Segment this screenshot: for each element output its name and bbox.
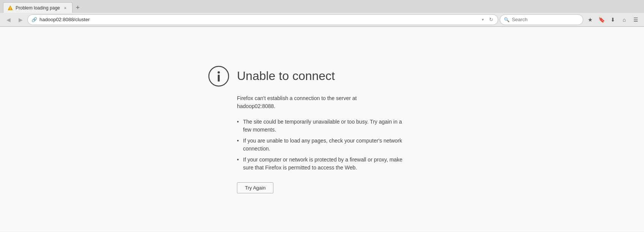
bookmark-button[interactable]: ★ (585, 14, 595, 25)
home-button[interactable]: ⌂ (619, 14, 630, 25)
tab-title: Problem loading page (16, 5, 60, 11)
new-tab-button[interactable]: + (73, 2, 83, 13)
forward-button[interactable]: ▶ (15, 14, 26, 25)
browser-chrome: ! Problem loading page × + ◀ ▶ 🔗 ▾ ↻ 🔍 ★… (0, 0, 644, 27)
list-item: If your computer or network is protected… (237, 154, 406, 173)
nav-bar: ◀ ▶ 🔗 ▾ ↻ 🔍 ★ 🔖 ⬇ ⌂ ☰ (0, 13, 644, 27)
page-content: Unable to connect Firefox can't establis… (0, 27, 644, 232)
tab-warning-icon: ! (7, 5, 13, 11)
search-bar[interactable]: 🔍 (500, 14, 583, 25)
bookmarks-list-button[interactable]: 🔖 (596, 14, 607, 25)
refresh-button[interactable]: ↻ (488, 17, 494, 23)
error-container: Unable to connect Firefox can't establis… (208, 66, 406, 193)
error-body: Firefox can't establish a connection to … (237, 94, 406, 193)
error-description: Firefox can't establish a connection to … (237, 94, 406, 110)
svg-text:!: ! (10, 6, 11, 10)
list-item: If you are unable to load any pages, che… (237, 135, 406, 154)
url-dropdown-button[interactable]: ▾ (480, 17, 486, 23)
active-tab[interactable]: ! Problem loading page × (3, 2, 73, 13)
list-item: The site could be temporarily unavailabl… (237, 116, 406, 135)
menu-button[interactable]: ☰ (630, 14, 641, 25)
error-list: The site could be temporarily unavailabl… (237, 116, 406, 173)
try-again-button[interactable]: Try Again (237, 182, 273, 193)
error-header: Unable to connect (208, 66, 335, 87)
error-info-icon (208, 66, 229, 87)
back-button[interactable]: ◀ (3, 14, 14, 25)
url-bar[interactable]: 🔗 ▾ ↻ (27, 14, 498, 25)
svg-point-3 (218, 71, 220, 74)
url-icon: 🔗 (32, 17, 37, 22)
toolbar-buttons: ★ 🔖 ⬇ ⌂ ☰ (585, 14, 641, 25)
svg-rect-4 (218, 75, 220, 82)
tab-bar: ! Problem loading page × + (0, 0, 644, 13)
error-title: Unable to connect (237, 69, 335, 83)
search-icon: 🔍 (504, 17, 510, 22)
url-input[interactable] (39, 17, 477, 22)
search-input[interactable] (512, 17, 579, 22)
tab-close-button[interactable]: × (62, 5, 68, 11)
download-button[interactable]: ⬇ (608, 14, 618, 25)
